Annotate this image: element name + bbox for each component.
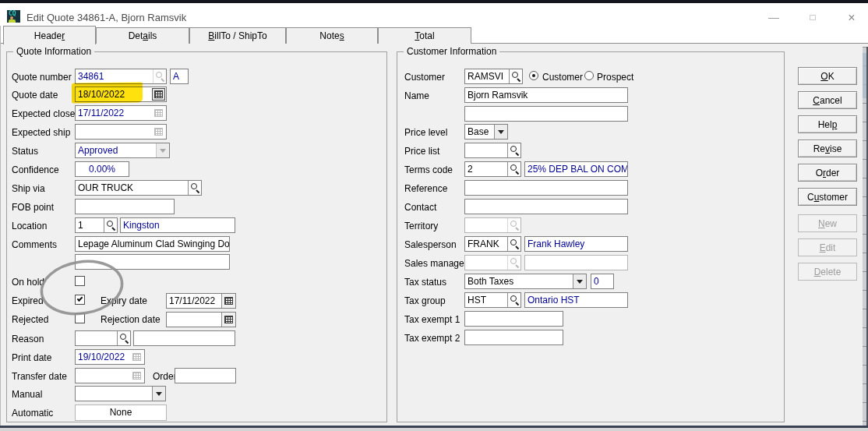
search-icon (507, 256, 520, 270)
tax-group-code-input[interactable]: HST (464, 292, 521, 308)
quote-number-input[interactable]: 34861 (75, 69, 167, 84)
tax-exempt-2-label: Tax exempt 2 (404, 333, 460, 344)
calendar-icon[interactable] (221, 294, 235, 308)
chevron-down-icon[interactable] (152, 387, 165, 401)
print-date-input[interactable]: 19/10/2022 (75, 349, 145, 365)
customer-radio-label: Customer (542, 72, 583, 83)
customer-radio[interactable] (529, 71, 538, 80)
quote-date-input[interactable]: 18/10/2022 (75, 87, 167, 102)
quote-number-label: Quote number (12, 72, 72, 83)
order-input[interactable] (175, 368, 236, 383)
background-grid-strip (863, 47, 868, 426)
comments-input-line1[interactable]: Lepage Aluminum Clad Swinging Door (75, 236, 230, 252)
titlebar[interactable]: CQ Edit Quote 34861-A, Bjorn Ramsvik — □… (0, 3, 868, 26)
customer-information-group: Customer Information Customer RAMSVI Cus… (397, 51, 785, 422)
search-icon[interactable] (153, 69, 166, 83)
reason-desc-field[interactable] (133, 330, 235, 346)
print-date-label: Print date (12, 352, 51, 363)
name-label: Name (404, 90, 429, 101)
salesperson-code-input[interactable]: FRANK (464, 236, 521, 252)
quote-information-group: Quote Information Quote number 34861 A Q… (6, 51, 387, 422)
fob-point-input[interactable] (75, 199, 175, 214)
manual-combo[interactable] (75, 386, 166, 401)
tab-total[interactable]: Total (378, 27, 471, 44)
price-list-input[interactable] (464, 143, 521, 158)
on-hold-label: On hold (12, 277, 44, 288)
help-button[interactable]: Help (798, 115, 857, 133)
location-label: Location (12, 221, 47, 231)
fob-point-label: FOB point (12, 202, 54, 213)
new-button: New (798, 214, 857, 232)
reason-code-input[interactable] (75, 330, 131, 346)
comments-input-line2[interactable] (75, 254, 230, 270)
chevron-down-icon (156, 143, 169, 157)
chevron-down-icon[interactable] (494, 125, 507, 139)
search-icon[interactable] (188, 181, 201, 195)
prospect-radio[interactable] (584, 71, 594, 80)
tax-status-extra-input[interactable]: 0 (591, 274, 614, 289)
search-icon[interactable] (507, 237, 520, 251)
search-icon[interactable] (117, 331, 130, 345)
minimize-button[interactable]: — (761, 9, 786, 26)
close-button[interactable]: × (839, 9, 864, 26)
expected-ship-input[interactable] (75, 124, 167, 140)
ok-button[interactable]: OK (798, 67, 857, 85)
confidence-input[interactable]: 0.00% (75, 161, 129, 177)
expired-checkbox[interactable] (75, 295, 85, 305)
calendar-icon[interactable] (152, 88, 165, 101)
search-icon[interactable] (507, 143, 520, 157)
comments-label: Comments (12, 239, 57, 250)
location-code-input[interactable]: 1 (75, 217, 118, 233)
name-input-line1[interactable]: Bjorn Ramsvik (464, 87, 628, 103)
price-list-label: Price list (404, 146, 439, 157)
name-input-line2[interactable] (464, 106, 628, 122)
transfer-date-input[interactable] (75, 368, 145, 383)
price-level-combo[interactable]: Base (464, 124, 508, 140)
revise-button[interactable]: Revise (798, 140, 857, 157)
reference-input[interactable] (464, 180, 628, 196)
tax-exempt-2-input[interactable] (464, 330, 563, 345)
search-icon[interactable] (507, 162, 520, 176)
manual-label: Manual (12, 389, 42, 400)
expiry-date-input[interactable]: 17/11/2022 (166, 293, 236, 309)
order-button[interactable]: Order (798, 164, 857, 182)
rejection-date-label: Rejection date (101, 314, 161, 325)
customer-label: Customer (404, 72, 445, 83)
search-icon[interactable] (104, 218, 117, 232)
terms-code-label: Terms code (404, 164, 453, 175)
tab-billto-shipto[interactable]: BillTo / ShipTo (189, 27, 286, 44)
tax-group-desc-field[interactable]: Ontario HST (524, 292, 628, 308)
location-name-field[interactable]: Kingston (120, 217, 235, 233)
tax-status-combo[interactable]: Both Taxes (464, 274, 587, 289)
search-icon (507, 218, 520, 232)
expected-close-input[interactable]: 17/11/2022 (75, 105, 167, 121)
group-title: Customer Information (404, 46, 499, 57)
customer-code-input[interactable]: RAMSVI (464, 69, 523, 84)
terms-code-input[interactable]: 2 (464, 161, 521, 177)
calendar-icon[interactable] (221, 313, 235, 327)
contact-input[interactable] (464, 199, 628, 214)
quote-number-suffix-input[interactable]: A (170, 69, 189, 84)
quote-date-label: Quote date (12, 90, 58, 101)
automatic-value-box: None (75, 405, 167, 421)
sales-manager-name-field (524, 255, 628, 270)
status-label: Status (12, 146, 38, 157)
tax-exempt-1-input[interactable] (464, 311, 563, 327)
chevron-down-icon[interactable] (573, 274, 586, 288)
search-icon[interactable] (507, 293, 520, 307)
tab-notes[interactable]: Notes (286, 27, 378, 44)
tab-details[interactable]: Details (96, 27, 189, 44)
customer-button[interactable]: Customer (798, 188, 857, 206)
search-icon[interactable] (509, 69, 522, 83)
check-icon (77, 295, 83, 302)
on-hold-checkbox[interactable] (75, 276, 85, 286)
cancel-button[interactable]: Cancel (798, 91, 857, 109)
tab-header[interactable]: Header (3, 26, 96, 44)
rejected-checkbox[interactable] (75, 313, 85, 323)
ship-via-input[interactable]: OUR TRUCK (75, 180, 202, 196)
maximize-button[interactable]: □ (800, 9, 825, 26)
status-combo[interactable]: Approved (75, 143, 170, 158)
salesperson-name-field[interactable]: Frank Hawley (524, 236, 628, 252)
rejection-date-input[interactable] (166, 312, 236, 327)
terms-desc-field[interactable]: 25% DEP BAL ON COMPL (524, 161, 628, 177)
